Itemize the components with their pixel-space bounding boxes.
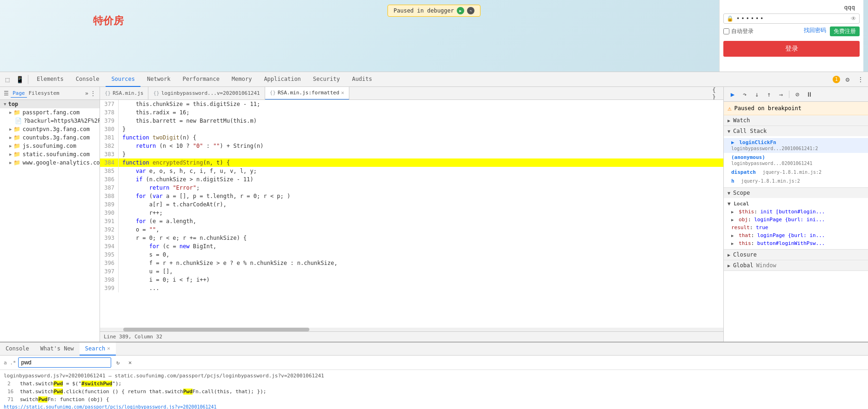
tree-item-static-soufunimg[interactable]: ▶ 📁 static.soufunimg.com xyxy=(0,150,100,158)
tab-security[interactable]: Security xyxy=(307,72,346,87)
pretty-print-button[interactable]: { } xyxy=(712,89,721,98)
bottom-tab-search[interactable]: Search ✕ xyxy=(80,343,116,356)
search-clear-button[interactable]: ✕ xyxy=(125,357,135,368)
line-num-388[interactable]: 388 xyxy=(100,192,119,200)
sidebar-tab-page[interactable]: Page xyxy=(11,89,27,98)
scope-section-header[interactable]: ▼ Scope xyxy=(724,188,868,198)
deactivate-breakpoints-button[interactable]: ⊘ xyxy=(792,89,802,99)
step-out-button[interactable]: ↑ xyxy=(764,89,774,99)
line-num-381[interactable]: 381 xyxy=(100,133,119,142)
forgot-link[interactable]: 找回密码 xyxy=(804,26,826,36)
inspect-element-button[interactable]: ⬚ xyxy=(2,74,13,85)
line-num-398[interactable]: 398 xyxy=(100,276,119,284)
tab-application[interactable]: Application xyxy=(258,72,306,87)
line-num-379[interactable]: 379 xyxy=(100,117,119,125)
line-num-385[interactable]: 385 xyxy=(100,167,119,175)
call-stack-item-0[interactable]: ▶ loginClickFn loginbypassword...2001006… xyxy=(724,138,868,153)
source-tab-login[interactable]: {} loginbypassword...v=202001061241 xyxy=(148,87,265,100)
line-content-386: if (n.chunkSize > n.digitSize - 11) xyxy=(119,175,723,184)
search-result-text-2: switchPwdFn: function (obj) { xyxy=(20,396,109,402)
line-num-391[interactable]: 391 xyxy=(100,217,119,225)
scope-local-header[interactable]: ▼ Local xyxy=(724,200,868,208)
call-stack-item-1[interactable]: (anonymous) loginbypassword...0200106124… xyxy=(724,153,868,168)
tree-item-passport[interactable]: ▶ 📁 passport.fang.com xyxy=(0,108,100,117)
tree-item-backurl[interactable]: 📄 ?backurl=https%3A%2F%2Fwww xyxy=(0,117,100,125)
line-content-385: var e, o, s, h, c, i, f, u, v, l, y; xyxy=(119,167,723,175)
tree-item-countubs[interactable]: ▶ 📁 countubs.3g.fang.com xyxy=(0,133,100,142)
settings-button[interactable]: ⚙ xyxy=(842,74,853,85)
line-num-377[interactable]: 377 xyxy=(100,100,119,108)
tree-item-js-soufunimg[interactable]: ▶ 📁 js.soufunimg.com xyxy=(0,142,100,150)
call-stack-section-header[interactable]: ▼ Call Stack xyxy=(724,126,868,136)
line-num-390[interactable]: 390 xyxy=(100,209,119,217)
sidebar-tab-filesystem[interactable]: Filesystem xyxy=(27,89,61,97)
call-stack-item-3[interactable]: h jquery-1.8.1.min.js:2 xyxy=(724,177,868,185)
line-num-397[interactable]: 397 xyxy=(100,267,119,276)
line-num-396[interactable]: 396 xyxy=(100,259,119,267)
tab-network[interactable]: Network xyxy=(141,72,176,87)
line-num-387[interactable]: 387 xyxy=(100,184,119,192)
scope-item-that[interactable]: ▶ that: loginPage {burl: in... xyxy=(724,231,868,239)
line-num-392[interactable]: 392 xyxy=(100,225,119,234)
line-num-394[interactable]: 394 xyxy=(100,242,119,251)
search-result-2[interactable]: 71 switchPwdFn: function (obj) { xyxy=(0,396,868,403)
device-toggle-button[interactable]: 📱 xyxy=(14,74,25,85)
eye-icon[interactable]: 👁 xyxy=(851,15,856,22)
line-num-395[interactable]: 395 xyxy=(100,251,119,259)
line-num-383[interactable]: 383 xyxy=(100,150,119,158)
source-tab-rsa[interactable]: {} RSA.min.js xyxy=(100,87,148,100)
closure-section-header[interactable]: ▶ Closure xyxy=(724,250,868,260)
tab-elements[interactable]: Elements xyxy=(31,72,69,87)
line-num-393[interactable]: 393 xyxy=(100,234,119,242)
code-content[interactable]: 377 this.chunkSize = this.digitSize - 11… xyxy=(100,100,723,328)
register-link[interactable]: 免费注册 xyxy=(830,26,860,36)
close-formatted-tab[interactable]: ✕ xyxy=(341,90,344,96)
tab-sources[interactable]: Sources xyxy=(106,72,140,87)
search-result-0[interactable]: 2 that.switchPwd = $("#switchPwd"); xyxy=(0,380,868,388)
line-num-382[interactable]: 382 xyxy=(100,142,119,150)
bottom-tab-whatsnew[interactable]: What's New xyxy=(35,343,80,356)
tab-memory[interactable]: Memory xyxy=(226,72,257,87)
tree-item-top[interactable]: ▼ top xyxy=(0,100,100,108)
tab-console[interactable]: Console xyxy=(70,72,105,87)
scrollbar-thumb[interactable] xyxy=(123,328,309,331)
bottom-tab-console[interactable]: Console xyxy=(0,343,35,356)
tree-item-google-analytics[interactable]: ▶ 📁 www.google-analytics.com xyxy=(0,158,100,167)
watch-section-header[interactable]: ▶ Watch xyxy=(724,115,868,125)
search-result-1[interactable]: 16 that.switchPwd.click(function () { re… xyxy=(0,388,868,396)
call-stack-item-2[interactable]: dispatch jquery-1.8.1.min.js:2 xyxy=(724,168,868,177)
search-input[interactable] xyxy=(18,357,111,368)
line-num-380[interactable]: 380 xyxy=(100,125,119,133)
line-num-399[interactable]: 399 xyxy=(100,284,119,292)
tab-performance[interactable]: Performance xyxy=(177,72,225,87)
global-section-header[interactable]: ▶ Global Window xyxy=(724,260,868,270)
sidebar-options-button[interactable]: ⋮ xyxy=(90,90,96,97)
sidebar-menu-icon[interactable]: ☰ xyxy=(4,90,9,97)
sidebar-more-button[interactable]: » xyxy=(85,90,88,97)
pause-on-exceptions-button[interactable]: ⏸ xyxy=(804,89,815,99)
step-button[interactable]: → xyxy=(776,89,786,99)
resume-debugger-button[interactable]: ▶ xyxy=(728,89,738,99)
resume-button[interactable]: ▶ xyxy=(457,7,464,14)
step-into-button[interactable]: ↓ xyxy=(752,89,762,99)
line-num-384[interactable]: 384 xyxy=(100,158,119,167)
line-num-386[interactable]: 386 xyxy=(100,175,119,184)
scope-item-this2[interactable]: ▶ this: button#loginWithPsw... xyxy=(724,239,868,247)
scope-item-obj[interactable]: ▶ obj: loginPage {burl: ini... xyxy=(724,216,868,224)
step-over-button[interactable]: ↷ xyxy=(740,89,750,99)
code-scrollbar[interactable] xyxy=(100,328,723,331)
tab-audits[interactable]: Audits xyxy=(347,72,378,87)
line-num-378[interactable]: 378 xyxy=(100,108,119,117)
remember-checkbox[interactable] xyxy=(723,28,729,34)
scope-item-this[interactable]: ▶ $this: init [button#login... xyxy=(724,208,868,216)
login-button[interactable]: 登录 xyxy=(723,41,860,57)
source-tab-formatted[interactable]: {} RSA.min.js:formatted ✕ xyxy=(265,87,349,100)
code-line-395: 395 s = 0, xyxy=(100,251,723,259)
search-refresh-button[interactable]: ↻ xyxy=(113,357,123,368)
more-options-button[interactable]: ⋮ xyxy=(855,74,866,85)
tree-item-countpvn[interactable]: ▶ 📁 countpvn.3g.fang.com xyxy=(0,125,100,133)
step-button[interactable]: ↷ xyxy=(467,7,474,14)
line-num-389[interactable]: 389 xyxy=(100,200,119,209)
close-search-tab[interactable]: ✕ xyxy=(107,345,110,351)
scope-item-result[interactable]: result: true xyxy=(724,224,868,231)
